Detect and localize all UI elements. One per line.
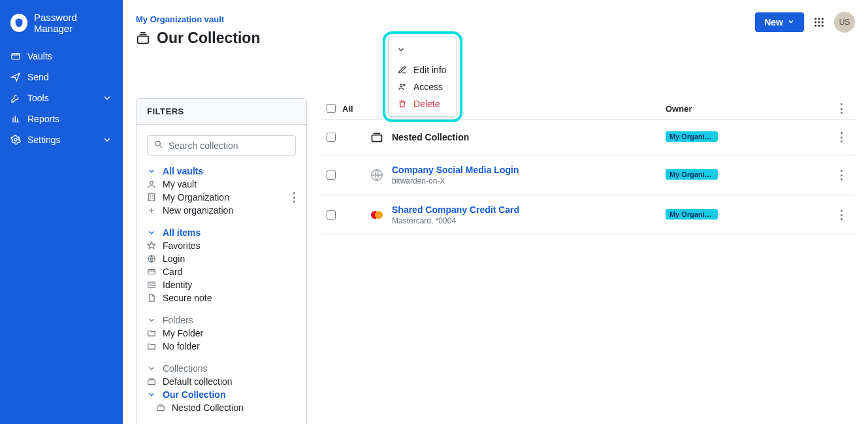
filter-folders-header[interactable]: Folders — [147, 314, 296, 327]
sidebar-item-reports[interactable]: Reports — [0, 108, 123, 129]
col-all[interactable]: All — [342, 104, 362, 114]
filter-all-vaults[interactable]: All vaults — [147, 165, 296, 178]
row-checkbox[interactable] — [327, 171, 336, 180]
dropdown-trigger[interactable] — [389, 41, 457, 61]
row-more-icon[interactable] — [829, 210, 855, 220]
card-icon — [147, 267, 156, 276]
filter-my-vault[interactable]: My vault — [147, 178, 296, 191]
folder-icon — [147, 342, 156, 351]
filter-nested-collection[interactable]: Nested Collection — [147, 401, 296, 414]
filter-my-folder[interactable]: My Folder — [147, 327, 296, 340]
sidebar-item-settings[interactable]: Settings — [0, 129, 123, 150]
filter-default-collection[interactable]: Default collection — [147, 375, 296, 388]
star-icon — [147, 241, 156, 250]
user-icon — [147, 180, 156, 189]
row-title[interactable]: Nested Collection — [392, 132, 666, 142]
filter-label: All items — [163, 227, 201, 238]
row-title[interactable]: Company Social Media Login — [392, 165, 666, 175]
main-area: New US My Organization vault Our Collect… — [123, 0, 868, 424]
filter-label: Our Collection — [163, 389, 225, 400]
page-title: Our Collection — [157, 29, 260, 47]
svg-point-15 — [150, 181, 153, 184]
sidebar-item-label: Reports — [27, 114, 59, 124]
row-checkbox[interactable] — [327, 210, 336, 220]
svg-point-1 — [14, 139, 17, 141]
table-row: Shared Company Credit Card Mastercard, *… — [320, 195, 855, 235]
dropdown-item-delete[interactable]: Delete — [389, 95, 457, 112]
svg-point-13 — [404, 84, 405, 86]
vault-icon — [10, 51, 21, 61]
filter-collections-header[interactable]: Collections — [147, 362, 296, 375]
svg-rect-22 — [157, 406, 165, 411]
svg-point-20 — [150, 284, 151, 285]
avatar[interactable]: US — [834, 12, 855, 33]
row-more-icon[interactable] — [829, 132, 855, 142]
sidebar-item-vaults[interactable]: Vaults — [0, 46, 123, 67]
table-row: Nested Collection My Organiz... — [320, 120, 855, 155]
new-button-label: New — [764, 17, 783, 27]
dropdown-item-access[interactable]: Access — [389, 78, 457, 95]
collection-icon — [156, 403, 165, 412]
collection-icon — [136, 31, 150, 46]
chevron-down-icon — [147, 167, 156, 176]
dropdown-item-edit[interactable]: Edit info — [389, 61, 457, 78]
filter-login[interactable]: Login — [147, 252, 296, 265]
filter-new-organization[interactable]: New organization — [147, 204, 296, 217]
svg-rect-23 — [372, 135, 382, 142]
brand-name: Password Manager — [34, 12, 112, 34]
sidebar-item-label: Settings — [27, 135, 61, 145]
filter-label: Card — [163, 267, 182, 277]
filter-panel: FILTERS All vaults My vault — [136, 98, 307, 424]
search-input[interactable] — [169, 140, 289, 151]
filter-label: My vault — [163, 179, 197, 189]
col-owner[interactable]: Owner — [666, 104, 829, 114]
new-button[interactable]: New — [755, 12, 804, 32]
row-more-icon[interactable] — [829, 170, 855, 180]
filter-no-folder[interactable]: No folder — [147, 340, 296, 353]
filter-card[interactable]: Card — [147, 265, 296, 278]
row-title[interactable]: Shared Company Credit Card — [392, 204, 666, 215]
filter-secure-note[interactable]: Secure note — [147, 291, 296, 304]
send-icon — [10, 72, 21, 82]
svg-point-8 — [814, 25, 816, 27]
dropdown-item-label: Edit info — [413, 65, 447, 75]
filter-label: No folder — [163, 341, 200, 351]
more-icon[interactable] — [293, 192, 296, 203]
filter-favorites[interactable]: Favorites — [147, 239, 296, 252]
content-body: FILTERS All vaults My vault — [123, 33, 868, 424]
filter-my-organization[interactable]: My Organization — [147, 191, 296, 204]
row-subtitle: Mastercard, *0004 — [392, 216, 666, 225]
sidebar-item-send[interactable]: Send — [0, 67, 123, 88]
header-more-icon[interactable] — [829, 103, 855, 114]
chevron-down-icon — [147, 390, 156, 399]
filter-our-collection[interactable]: Our Collection — [147, 388, 296, 401]
svg-point-6 — [818, 22, 820, 24]
filter-heading: FILTERS — [137, 99, 306, 125]
svg-point-5 — [814, 22, 816, 24]
filter-label: Favorites — [163, 240, 201, 251]
trash-icon — [398, 99, 407, 108]
reports-icon — [10, 114, 21, 124]
app-switcher-icon[interactable] — [813, 16, 825, 28]
dropdown-item-label: Access — [413, 82, 443, 92]
filter-identity[interactable]: Identity — [147, 278, 296, 291]
breadcrumb[interactable]: My Organization vault — [136, 14, 260, 24]
search-box[interactable] — [147, 135, 296, 155]
collection-icon — [368, 129, 385, 146]
row-subtitle: bitwarden-on-X — [392, 176, 666, 186]
filter-label: My Organization — [163, 192, 229, 203]
dropdown-item-label: Delete — [413, 99, 440, 109]
filter-label: Collections — [163, 363, 207, 374]
sidebar-item-tools[interactable]: Tools — [0, 88, 123, 108]
filter-all-items[interactable]: All items — [147, 226, 296, 239]
svg-rect-21 — [148, 380, 155, 385]
collection-dropdown-highlight: Edit info Access Delete — [383, 31, 462, 122]
select-all-checkbox[interactable] — [327, 104, 336, 113]
row-checkbox[interactable] — [327, 133, 336, 142]
svg-point-12 — [400, 84, 403, 87]
filter-label: Default collection — [163, 376, 233, 387]
sidebar-nav: Vaults Send Tools Reports Settings — [0, 46, 123, 150]
owner-badge: My Organiz... — [666, 209, 718, 220]
collection-icon — [147, 377, 156, 386]
org-icon — [147, 193, 156, 202]
